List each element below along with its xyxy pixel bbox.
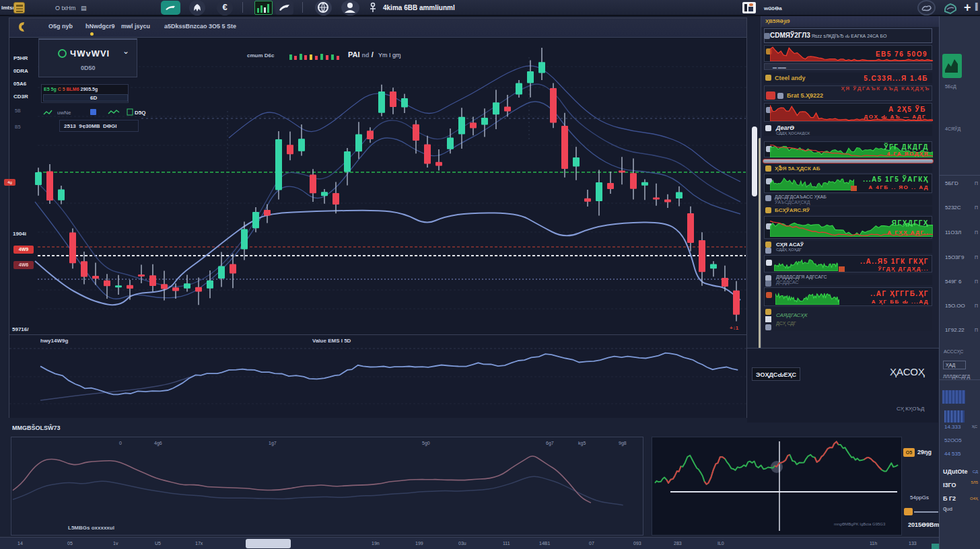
svg-text:uwNe: uwNe	[57, 110, 71, 116]
